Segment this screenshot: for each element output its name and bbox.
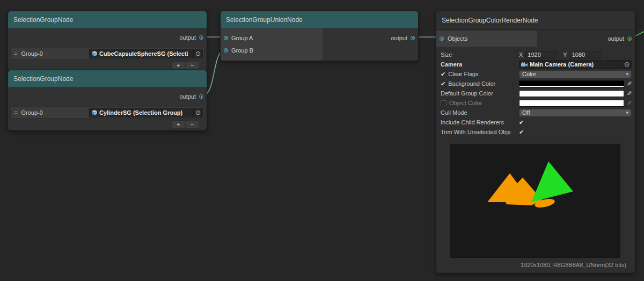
object-field-value: CubeCapsuleSphereSG (Selecti xyxy=(99,50,191,57)
group-list-item[interactable]: = Group-0 CubeCapsuleSphereSG (Selecti ⊙ xyxy=(10,48,204,60)
group-name-label: Group-0 xyxy=(21,109,42,116)
default-group-color-label: Default Group Color xyxy=(441,90,493,97)
selection-group-color-render-node[interactable]: SelectionGroupColorRenderNode Objects ou… xyxy=(436,11,635,273)
object-field-value: CylinderSG (Selection Group) xyxy=(99,109,191,116)
cull-mode-row: Cull Mode Off ▾ xyxy=(440,108,632,117)
output-port[interactable] xyxy=(199,94,203,99)
size-row: Size X Y xyxy=(440,50,632,60)
output-port[interactable] xyxy=(627,36,632,41)
eyedropper-icon[interactable]: ✎ xyxy=(627,90,632,97)
output-row: output xyxy=(8,28,207,47)
node-title: SelectionGroupNode xyxy=(13,75,73,83)
default-group-color-row: Default Group Color ✎ xyxy=(440,88,632,98)
size-y-input[interactable] xyxy=(570,51,601,59)
list-size-controls: + − xyxy=(171,61,199,70)
output-port-label: output xyxy=(391,35,407,41)
node-title: SelectionGroupUnionNode xyxy=(226,16,303,24)
objects-port[interactable] xyxy=(440,36,444,41)
trim-with-unselected-checkbox[interactable]: ✔ xyxy=(519,129,524,135)
selection-group-node-1[interactable]: SelectionGroupNode output = Group-0 Cube… xyxy=(8,11,207,72)
selection-group-object-field[interactable]: CylinderSG (Selection Group) ⊙ xyxy=(89,108,203,117)
selection-group-union-node[interactable]: SelectionGroupUnionNode Group A Group B … xyxy=(220,11,419,61)
cull-mode-dropdown[interactable]: Off ▾ xyxy=(519,109,632,117)
objects-port-label: Objects xyxy=(448,35,467,42)
background-color-row: ✔ Background Color ✎ xyxy=(440,79,632,88)
output-row: output xyxy=(608,35,635,42)
object-color-swatch[interactable] xyxy=(519,100,624,107)
preview-caption: 1920x1080, R8G8B8A8_UNorm(32 bits) xyxy=(436,262,635,268)
clear-flags-dropdown[interactable]: Color ▾ xyxy=(519,70,632,78)
graph-canvas[interactable]: { "nodes": { "sg1": { "title": "Selectio… xyxy=(0,0,644,281)
clear-flags-checkbox[interactable]: ✔ xyxy=(441,71,445,77)
node-title-bar[interactable]: SelectionGroupColorRenderNode xyxy=(436,11,635,29)
include-child-renderers-row: Include Child Renderers ✔ xyxy=(440,117,632,127)
group-a-label: Group A xyxy=(231,35,253,41)
preview-green-triangle xyxy=(531,161,573,202)
chevron-down-icon: ▾ xyxy=(626,110,628,115)
list-size-row: + − xyxy=(8,120,207,130)
output-port-label: output xyxy=(179,34,196,41)
size-label: Size xyxy=(441,51,452,58)
default-group-color-swatch[interactable] xyxy=(519,90,624,97)
group-a-port[interactable] xyxy=(224,36,228,40)
prefab-cube-icon xyxy=(92,110,97,115)
render-preview xyxy=(450,144,620,258)
output-port-label: output xyxy=(608,35,624,42)
remove-group-button[interactable]: − xyxy=(185,62,199,69)
node-title: SelectionGroupNode xyxy=(13,16,73,24)
group-entry: = Group-0 xyxy=(11,109,89,116)
camera-icon xyxy=(521,62,528,67)
object-picker-icon[interactable]: ⊙ xyxy=(193,49,202,58)
cull-mode-value: Off xyxy=(522,109,530,116)
port-row: Objects output xyxy=(436,31,635,47)
node-title-bar[interactable]: SelectionGroupNode xyxy=(8,70,207,87)
inspector: Size X Y Camera Main Camera (Camera) xyxy=(436,47,635,137)
size-y-label: Y xyxy=(563,51,567,58)
input-row-group-b: Group B xyxy=(221,44,323,56)
object-picker-icon[interactable]: ⊙ xyxy=(622,60,631,69)
object-color-checkbox[interactable] xyxy=(441,100,447,106)
selection-group-node-2[interactable]: SelectionGroupNode output = Group-0 Cyli… xyxy=(8,70,207,131)
list-size-controls: + − xyxy=(171,120,199,129)
camera-label: Camera xyxy=(441,61,462,68)
object-color-row: Object Color ✎ xyxy=(440,98,632,108)
background-color-swatch[interactable] xyxy=(519,80,624,87)
object-color-label: Object Color xyxy=(449,100,482,106)
background-color-checkbox[interactable]: ✔ xyxy=(441,81,445,87)
clear-flags-row: ✔ Clear Flags Color ▾ xyxy=(440,69,632,79)
size-x-label: X xyxy=(519,51,523,58)
size-x-input[interactable] xyxy=(525,51,557,59)
output-row: output xyxy=(8,87,207,106)
render-preview-image xyxy=(451,144,620,257)
prefab-cube-icon xyxy=(92,51,97,56)
eyedropper-icon[interactable]: ✎ xyxy=(627,100,632,107)
drag-handle-icon[interactable]: = xyxy=(14,50,17,57)
eyedropper-icon[interactable]: ✎ xyxy=(627,80,632,87)
background-color-label: Background Color xyxy=(448,80,495,87)
group-list-item[interactable]: = Group-0 CylinderSG (Selection Group) ⊙ xyxy=(10,107,204,119)
output-port-label: output xyxy=(179,93,196,100)
selection-group-object-field[interactable]: CubeCapsuleSphereSG (Selecti ⊙ xyxy=(89,49,203,58)
add-group-button[interactable]: + xyxy=(172,121,185,128)
group-entry: = Group-0 xyxy=(11,50,89,57)
input-port-container: Group A Group B xyxy=(221,28,323,61)
camera-object-field[interactable]: Main Camera (Camera) ⊙ xyxy=(519,60,632,69)
trim-with-unselected-label: Trim With Unselected Objs xyxy=(441,129,510,135)
output-row: output xyxy=(391,32,415,44)
clear-flags-value: Color xyxy=(522,71,536,77)
add-group-button[interactable]: + xyxy=(172,62,185,69)
cull-mode-label: Cull Mode xyxy=(441,109,467,116)
node-title: SelectionGroupColorRenderNode xyxy=(442,17,538,24)
objects-input-row: Objects xyxy=(436,31,537,47)
node-title-bar[interactable]: SelectionGroupNode xyxy=(8,11,207,28)
output-port[interactable] xyxy=(411,36,415,40)
group-b-port[interactable] xyxy=(224,48,228,53)
camera-field-value: Main Camera (Camera) xyxy=(530,61,620,68)
include-child-renderers-checkbox[interactable]: ✔ xyxy=(519,120,524,125)
output-port[interactable] xyxy=(199,35,203,40)
node-title-bar[interactable]: SelectionGroupUnionNode xyxy=(221,11,418,28)
node-body: Objects output Size X Y Camera xyxy=(436,31,635,268)
object-picker-icon[interactable]: ⊙ xyxy=(193,108,202,117)
drag-handle-icon[interactable]: = xyxy=(14,109,17,116)
remove-group-button[interactable]: − xyxy=(185,121,199,128)
